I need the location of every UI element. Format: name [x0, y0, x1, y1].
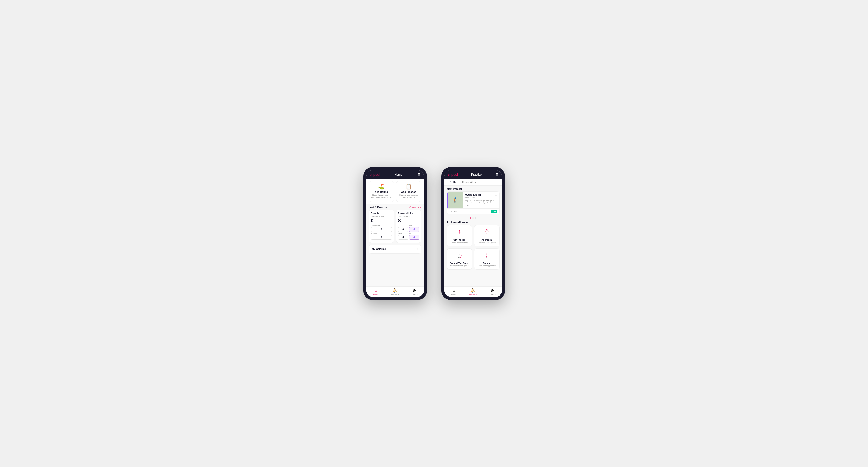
practice-activities-icon: ⛹: [471, 288, 475, 293]
approach-title: Approach: [482, 239, 492, 241]
phone-home: clippd Home ☰ ⛳ Add Round Record your sh…: [363, 167, 427, 300]
arg-stat: ARG 0: [398, 233, 408, 240]
svg-point-12: [485, 231, 486, 232]
nav-activities[interactable]: ⛹ Activities: [385, 287, 405, 297]
wedge-ladder-card[interactable]: 🏌️ Wedge Ladder 50–100 yds ☆ Play 1 shot…: [447, 191, 499, 215]
home-logo: clippd: [370, 173, 380, 177]
drill-card-inner: 🏌️ Wedge Ladder 50–100 yds ☆ Play 1 shot…: [447, 191, 499, 208]
tournament-stat: Tournament 0: [371, 225, 392, 232]
activities-nav-icon: ⛹: [393, 288, 398, 293]
putting-subtitle: Make and lag practice: [478, 265, 496, 267]
skill-putting[interactable]: Putting Make and lag practice: [474, 248, 499, 270]
drills-row2: ARG 0 PUTT 4: [398, 233, 419, 240]
add-round-card[interactable]: ⛳ Add Round Record your shots in fast or…: [369, 181, 394, 202]
add-practice-icon: 📋: [406, 184, 412, 190]
home-page-title: Home: [395, 173, 402, 177]
last3months-title: Last 3 Months: [369, 206, 387, 209]
add-practice-title: Add Practice: [401, 191, 416, 193]
tournament-row: Tournament 0: [371, 225, 392, 232]
practice-tabs: Drills Favourites: [444, 179, 502, 186]
drill-thumbnail: 🏌️: [448, 191, 463, 208]
capture-nav-label: Capture: [411, 293, 417, 295]
putting-title: Putting: [483, 262, 491, 264]
drill-name-wrap: Wedge Ladder 50–100 yds: [465, 193, 482, 199]
skill-around-the-green[interactable]: Around The Green Hone your short game: [447, 248, 472, 270]
app-label: APP: [409, 225, 419, 227]
activities-nav-label: Activities: [391, 293, 399, 295]
off-the-tee-title: Off The Tee: [454, 239, 465, 241]
practice-bottom-nav: ⌂ Home ⛹ Activities ⊕ Capture: [444, 286, 502, 297]
approach-icon-area: [482, 228, 492, 238]
home-menu-icon[interactable]: ☰: [417, 173, 421, 177]
shots-count: 9 shots: [451, 210, 457, 213]
practice-label: Practice: [371, 233, 392, 235]
tab-favourites[interactable]: Favourites: [459, 179, 479, 185]
practice-nav-activities[interactable]: ⛹ Activities: [463, 287, 483, 297]
view-activity-link[interactable]: View Activity: [409, 206, 422, 208]
rounds-title: Rounds: [371, 212, 392, 214]
drills-row1: OTT 0 APP 4: [398, 225, 419, 232]
practice-activities-label: Activities: [469, 293, 477, 295]
most-popular-label: Most Popular: [444, 186, 502, 191]
rounds-big-num: 0: [371, 218, 392, 223]
practice-stat: Practice 0: [371, 233, 392, 240]
nav-capture[interactable]: ⊕ Capture: [405, 287, 424, 297]
stats-container: Rounds Rounds Capture 0 Tournament 0 Pra…: [366, 210, 424, 245]
around-the-green-subtitle: Hone your short game: [450, 265, 468, 267]
carousel-dots: [444, 216, 502, 220]
practice-nav-capture[interactable]: ⊕ Capture: [483, 287, 502, 297]
drill-header: Wedge Ladder 50–100 yds ☆: [465, 193, 497, 199]
svg-line-1: [458, 230, 460, 233]
skill-off-the-tee[interactable]: Off The Tee Power and accuracy: [447, 225, 472, 246]
around-the-green-svg: [455, 252, 464, 260]
around-the-green-title: Around The Green: [450, 262, 469, 264]
svg-point-10: [486, 229, 487, 230]
star-icon[interactable]: ☆: [495, 193, 497, 197]
drills-title: Practice Drills: [398, 212, 419, 214]
putting-svg: [483, 252, 491, 260]
add-round-title: Add Round: [375, 191, 388, 193]
rounds-box: Rounds Rounds Capture 0 Tournament 0 Pra…: [369, 210, 394, 243]
practice-menu-icon[interactable]: ☰: [495, 173, 499, 177]
drills-capture-label: Drills Capture: [398, 215, 419, 217]
drill-info: Wedge Ladder 50–100 yds ☆ Play 1 shot at…: [463, 191, 499, 208]
svg-point-18: [458, 255, 461, 258]
practice-row: Practice 0: [371, 233, 392, 240]
dot-2: [472, 217, 474, 219]
off-the-tee-svg: [455, 228, 464, 237]
drill-shots: ○ 9 shots: [449, 210, 458, 213]
explore-label: Explore skill areas: [444, 220, 502, 225]
tab-drills[interactable]: Drills: [447, 179, 460, 185]
svg-point-11: [488, 231, 489, 232]
skill-approach[interactable]: Approach Dial-in to hit the green: [474, 225, 499, 246]
my-bag-label: My Golf Bag: [372, 248, 386, 250]
dot-3: [475, 217, 476, 219]
capture-nav-icon: ⊕: [413, 288, 416, 293]
practice-nav-home[interactable]: ⌂ Home: [444, 287, 464, 297]
skill-grid: Off The Tee Power and accuracy: [444, 225, 502, 272]
putt-label: PUTT: [409, 233, 419, 235]
practice-top-bar: clippd Practice ☰: [444, 170, 502, 179]
last3months-header: Last 3 Months View Activity: [366, 204, 424, 210]
drills-big-num: 8: [398, 218, 419, 223]
tournament-value: 0: [371, 227, 392, 232]
approach-subtitle: Dial-in to hit the green: [478, 242, 496, 244]
drill-desc: Play 1 shot at each target yardage. If y…: [465, 199, 497, 207]
ott-value: 0: [398, 227, 408, 232]
phone-practice: clippd Practice ☰ Drills Favourites Most…: [441, 167, 505, 300]
off-the-tee-subtitle: Power and accuracy: [451, 242, 468, 244]
approach-svg: [483, 228, 491, 237]
off-the-tee-icon-area: [455, 228, 464, 238]
nav-home[interactable]: ⌂ Home: [366, 287, 385, 297]
practice-home-label: Home: [451, 293, 456, 295]
putt-value: 4: [409, 235, 419, 240]
app-stat: APP 4: [409, 225, 419, 232]
my-golf-bag-row[interactable]: My Golf Bag ›: [369, 245, 422, 253]
svg-point-5: [459, 230, 460, 231]
app-value: 4: [409, 227, 419, 232]
app-badge: APP: [491, 210, 497, 213]
add-practice-card[interactable]: 📋 Add Practice Capture your practice off…: [396, 181, 422, 202]
home-top-bar: clippd Home ☰: [366, 170, 424, 179]
add-practice-desc: Capture your practice off-the-course: [398, 194, 419, 199]
practice-capture-label: Capture: [489, 293, 496, 295]
